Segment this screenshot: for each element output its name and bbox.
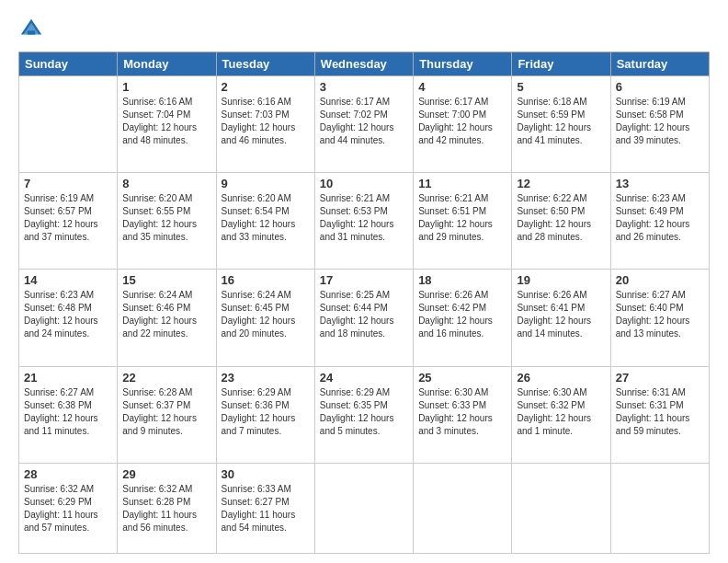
calendar-cell: 13Sunrise: 6:23 AM Sunset: 6:49 PM Dayli… [610,173,709,270]
day-info: Sunrise: 6:24 AM Sunset: 6:45 PM Dayligh… [222,289,310,340]
day-number: 25 [418,371,506,385]
day-info: Sunrise: 6:19 AM Sunset: 6:57 PM Dayligh… [24,192,112,244]
calendar-cell: 22Sunrise: 6:28 AM Sunset: 6:37 PM Dayli… [118,366,216,463]
calendar-cell: 21Sunrise: 6:27 AM Sunset: 6:38 PM Dayli… [19,366,118,463]
day-number: 21 [24,371,112,385]
day-info: Sunrise: 6:32 AM Sunset: 6:29 PM Dayligh… [24,483,112,534]
calendar-cell [512,463,610,553]
day-number: 10 [320,177,408,190]
day-number: 9 [222,177,310,190]
day-number: 27 [616,371,704,385]
calendar-cell: 30Sunrise: 6:33 AM Sunset: 6:27 PM Dayli… [216,463,314,553]
day-number: 23 [222,371,310,385]
day-info: Sunrise: 6:16 AM Sunset: 7:03 PM Dayligh… [222,96,310,147]
calendar-cell: 29Sunrise: 6:32 AM Sunset: 6:28 PM Dayli… [118,463,216,553]
calendar-cell: 7Sunrise: 6:19 AM Sunset: 6:57 PM Daylig… [19,173,118,270]
day-info: Sunrise: 6:20 AM Sunset: 6:54 PM Dayligh… [222,192,310,244]
day-number: 20 [616,273,704,287]
day-info: Sunrise: 6:23 AM Sunset: 6:49 PM Dayligh… [616,192,704,244]
calendar-cell: 20Sunrise: 6:27 AM Sunset: 6:40 PM Dayli… [610,270,709,366]
day-info: Sunrise: 6:27 AM Sunset: 6:40 PM Dayligh… [616,289,704,340]
day-number: 13 [616,177,704,190]
calendar-cell: 17Sunrise: 6:25 AM Sunset: 6:44 PM Dayli… [314,270,413,366]
day-number: 18 [418,273,506,287]
calendar-cell: 15Sunrise: 6:24 AM Sunset: 6:46 PM Dayli… [118,270,216,366]
page: SundayMondayTuesdayWednesdayThursdayFrid… [0,0,728,563]
day-info: Sunrise: 6:19 AM Sunset: 6:58 PM Dayligh… [616,96,704,147]
calendar-cell: 5Sunrise: 6:18 AM Sunset: 6:59 PM Daylig… [512,76,610,173]
calendar-cell [314,463,413,553]
day-number: 12 [517,177,605,190]
logo-icon [18,17,44,42]
day-number: 15 [122,273,210,287]
calendar-cell: 6Sunrise: 6:19 AM Sunset: 6:58 PM Daylig… [610,76,709,173]
day-info: Sunrise: 6:17 AM Sunset: 7:02 PM Dayligh… [320,96,408,147]
day-info: Sunrise: 6:17 AM Sunset: 7:00 PM Dayligh… [418,96,506,147]
calendar-week-row: 21Sunrise: 6:27 AM Sunset: 6:38 PM Dayli… [19,366,710,463]
calendar-cell: 16Sunrise: 6:24 AM Sunset: 6:45 PM Dayli… [216,270,314,366]
day-info: Sunrise: 6:23 AM Sunset: 6:48 PM Dayligh… [24,289,112,340]
day-number: 2 [222,80,310,94]
day-number: 5 [517,80,605,94]
day-info: Sunrise: 6:16 AM Sunset: 7:04 PM Dayligh… [122,96,210,147]
day-number: 17 [320,273,408,287]
day-number: 30 [222,467,310,481]
calendar-week-row: 14Sunrise: 6:23 AM Sunset: 6:48 PM Dayli… [19,270,710,366]
day-info: Sunrise: 6:31 AM Sunset: 6:31 PM Dayligh… [616,386,704,438]
calendar-table: SundayMondayTuesdayWednesdayThursdayFrid… [18,52,710,554]
day-info: Sunrise: 6:33 AM Sunset: 6:27 PM Dayligh… [222,483,310,534]
day-info: Sunrise: 6:30 AM Sunset: 6:33 PM Dayligh… [418,386,506,438]
day-info: Sunrise: 6:26 AM Sunset: 6:41 PM Dayligh… [517,289,605,340]
day-number: 6 [616,80,704,94]
calendar-cell: 26Sunrise: 6:30 AM Sunset: 6:32 PM Dayli… [512,366,610,463]
day-info: Sunrise: 6:21 AM Sunset: 6:53 PM Dayligh… [320,192,408,244]
calendar-cell: 1Sunrise: 6:16 AM Sunset: 7:04 PM Daylig… [118,76,216,173]
day-info: Sunrise: 6:26 AM Sunset: 6:42 PM Dayligh… [418,289,506,340]
calendar-cell: 12Sunrise: 6:22 AM Sunset: 6:50 PM Dayli… [512,173,610,270]
calendar-cell: 10Sunrise: 6:21 AM Sunset: 6:53 PM Dayli… [314,173,413,270]
calendar-cell: 11Sunrise: 6:21 AM Sunset: 6:51 PM Dayli… [414,173,512,270]
weekday-header: Sunday [19,52,118,76]
calendar-cell: 24Sunrise: 6:29 AM Sunset: 6:35 PM Dayli… [314,366,413,463]
calendar-cell: 27Sunrise: 6:31 AM Sunset: 6:31 PM Dayli… [610,366,709,463]
day-number: 22 [122,371,210,385]
weekday-header: Tuesday [216,52,314,76]
day-number: 28 [24,467,112,481]
day-info: Sunrise: 6:27 AM Sunset: 6:38 PM Dayligh… [24,386,112,438]
day-info: Sunrise: 6:29 AM Sunset: 6:35 PM Dayligh… [320,386,408,438]
day-number: 11 [418,177,506,190]
day-info: Sunrise: 6:24 AM Sunset: 6:46 PM Dayligh… [122,289,210,340]
calendar-cell: 23Sunrise: 6:29 AM Sunset: 6:36 PM Dayli… [216,366,314,463]
day-number: 14 [24,273,112,287]
day-info: Sunrise: 6:30 AM Sunset: 6:32 PM Dayligh… [517,386,605,438]
day-info: Sunrise: 6:29 AM Sunset: 6:36 PM Dayligh… [222,386,310,438]
calendar-cell [414,463,512,553]
calendar-cell: 3Sunrise: 6:17 AM Sunset: 7:02 PM Daylig… [314,76,413,173]
calendar-cell: 25Sunrise: 6:30 AM Sunset: 6:33 PM Dayli… [414,366,512,463]
calendar-week-row: 1Sunrise: 6:16 AM Sunset: 7:04 PM Daylig… [19,76,710,173]
day-info: Sunrise: 6:28 AM Sunset: 6:37 PM Dayligh… [122,386,210,438]
day-info: Sunrise: 6:32 AM Sunset: 6:28 PM Dayligh… [122,483,210,534]
calendar-cell: 18Sunrise: 6:26 AM Sunset: 6:42 PM Dayli… [414,270,512,366]
calendar-cell: 9Sunrise: 6:20 AM Sunset: 6:54 PM Daylig… [216,173,314,270]
day-number: 7 [24,177,112,190]
weekday-header: Wednesday [314,52,413,76]
svg-rect-2 [28,30,35,34]
day-number: 3 [320,80,408,94]
day-number: 19 [517,273,605,287]
logo [18,17,48,42]
day-number: 26 [517,371,605,385]
calendar-cell: 8Sunrise: 6:20 AM Sunset: 6:55 PM Daylig… [118,173,216,270]
day-number: 4 [418,80,506,94]
calendar-cell: 19Sunrise: 6:26 AM Sunset: 6:41 PM Dayli… [512,270,610,366]
day-number: 29 [122,467,210,481]
weekday-header: Friday [512,52,610,76]
day-number: 1 [122,80,210,94]
day-info: Sunrise: 6:25 AM Sunset: 6:44 PM Dayligh… [320,289,408,340]
calendar-cell: 14Sunrise: 6:23 AM Sunset: 6:48 PM Dayli… [19,270,118,366]
calendar-cell [610,463,709,553]
calendar-header-row: SundayMondayTuesdayWednesdayThursdayFrid… [19,52,710,76]
weekday-header: Thursday [414,52,512,76]
header [18,17,710,42]
day-number: 16 [222,273,310,287]
